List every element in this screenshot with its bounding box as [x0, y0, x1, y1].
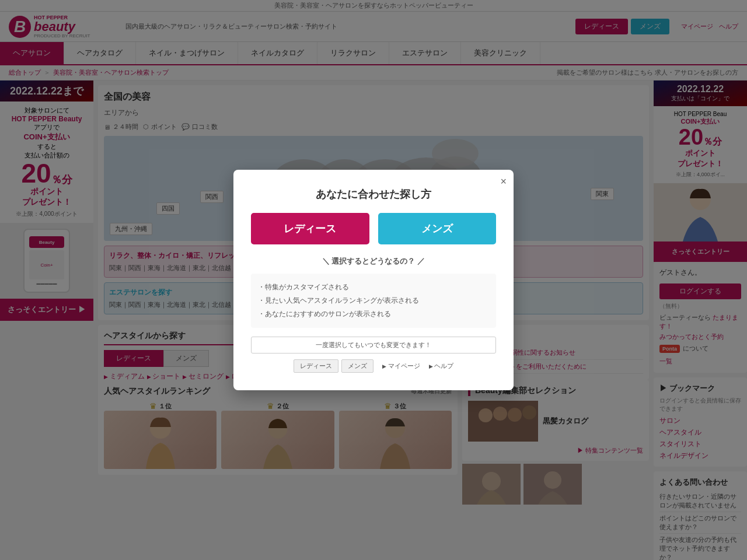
modal-benefit-1: 特集がカスタマイズされる [258, 281, 489, 294]
modal-overlay[interactable]: × あなたに合わせた探し方 レディース メンズ ＼ 選択するとどうなるの？ ／ … [0, 0, 747, 560]
modal-help-link[interactable]: ヘルプ [429, 362, 454, 370]
modal-close-button[interactable]: × [500, 176, 507, 188]
modal-title: あなたに合わせた探し方 [251, 187, 496, 201]
gender-modal: × あなたに合わせた探し方 レディース メンズ ＼ 選択するとどうなるの？ ／ … [233, 170, 514, 390]
modal-benefits: 特集がカスタマイズされる 見たい人気ヘアスタイルランキングが表示される あなたに… [251, 274, 496, 328]
modal-footer-ladies-button[interactable]: レディース [294, 359, 338, 373]
modal-question: ＼ 選択するとどうなるの？ ／ [251, 256, 496, 267]
modal-benefit-3: あなたにおすすめのサロンが表示される [258, 307, 489, 321]
modal-benefit-2: 見たい人気ヘアスタイルランキングが表示される [258, 294, 489, 307]
modal-gender-buttons: レディース メンズ [251, 213, 496, 244]
modal-ladies-button[interactable]: レディース [251, 213, 369, 244]
modal-footer: レディース メンズ マイページ ヘルプ [251, 359, 496, 373]
modal-footer-buttons: レディース メンズ [294, 359, 374, 373]
modal-footer-mens-button[interactable]: メンズ [341, 359, 374, 373]
modal-note: 一度選択してもいつでも変更できます！ [251, 337, 496, 354]
modal-mypage-link[interactable]: マイページ [382, 362, 420, 370]
modal-mens-button[interactable]: メンズ [378, 213, 497, 244]
